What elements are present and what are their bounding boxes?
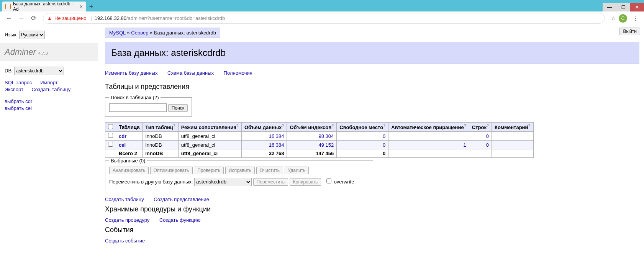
breadcrumb-mysql[interactable]: MySQL [109,30,126,36]
help-icon[interactable]: ? [528,124,531,128]
close-icon[interactable]: × [80,3,83,10]
link-create-view[interactable]: Создать представление [154,196,209,202]
cell-data-free[interactable]: 0 [383,142,385,148]
db-select[interactable]: asteriskcdrdb [14,67,64,75]
col-index-len[interactable]: Объём индексов? [287,123,337,132]
cell-collation: utf8_general_ci [178,141,241,149]
sidebar-link-create-table[interactable]: Создать таблицу [31,87,70,92]
sidebar-table-cel[interactable]: выбрать cel [5,105,94,111]
move-db-select[interactable]: asteriskcdrdb [194,178,252,186]
sidebar-link-import[interactable]: Импорт [40,80,57,85]
footer-data-free: 0 [337,149,388,158]
cell-auto-inc[interactable]: 1 [464,142,466,148]
bookmark-icon[interactable]: ☆ [611,15,616,21]
col-rows[interactable]: Строк? [469,123,492,132]
footer-data-len: 32 768 [241,149,287,158]
link-create-procedure[interactable]: Создать процедуру [105,217,149,223]
col-table[interactable]: Таблица [116,123,143,132]
window-maximize-button[interactable]: ❐ [616,3,630,11]
truncate-button[interactable] [256,167,283,174]
help-icon[interactable]: ? [282,124,284,128]
cell-collation: utf8_general_ci [178,132,241,141]
col-comment[interactable]: Комментарий? [492,123,534,132]
cell-data-len[interactable]: 16 384 [269,133,284,139]
cell-index-len[interactable]: 98 304 [319,133,334,139]
col-collation[interactable]: Режим сопоставления? [178,123,241,132]
link-create-event[interactable]: Создать событие [105,238,145,244]
link-alter-db[interactable]: Изменить базу данных [105,70,157,76]
col-data-free[interactable]: Свободное место? [337,123,388,132]
cell-auto-inc [388,132,469,141]
footer-engine: InnoDB [143,149,179,158]
url-path: /adminer/?username=root&db=asteriskcdrdb [126,15,225,21]
help-icon[interactable]: ? [331,124,334,128]
help-icon[interactable]: ? [383,124,385,128]
sidebar-action-links: SQL-запрос Импорт Экспорт Создать таблиц… [5,80,94,92]
col-auto-inc[interactable]: Автоматическое приращение? [388,123,469,132]
cell-index-len[interactable]: 49 152 [319,142,334,148]
move-button[interactable] [253,178,288,186]
analyze-button[interactable] [109,167,149,174]
insecure-label: Не защищено [54,15,87,21]
menu-icon[interactable]: ⋮ [630,15,641,22]
help-icon[interactable]: ? [464,124,466,128]
row-check[interactable] [108,133,113,138]
row-check[interactable] [108,142,113,147]
search-button[interactable] [168,104,188,112]
reload-button[interactable]: ⟳ [29,14,38,23]
overwrite-label[interactable]: overwrite [325,179,354,185]
tables-grid: Таблица Тип таблиц? Режим сопоставления?… [105,122,534,158]
check-all[interactable] [108,124,113,129]
col-engine[interactable]: Тип таблиц? [143,123,179,132]
window-close-button[interactable]: ✕ [630,3,644,11]
overwrite-checkbox[interactable] [326,178,331,183]
footer-auto-inc [388,149,469,158]
help-icon[interactable]: ? [236,124,239,128]
link-schema[interactable]: Схема базы данных [167,70,214,76]
cell-rows[interactable]: 0 [486,133,489,139]
heading-routines: Хранимые процедуры и функции [105,205,639,213]
help-icon[interactable]: ? [487,124,489,128]
col-data-len[interactable]: Объём данных? [241,123,287,132]
table-link-cdr[interactable]: cdr [119,133,126,139]
sidebar-table-cdr[interactable]: выбрать cdr [5,98,94,104]
cell-rows[interactable]: 0 [486,142,489,148]
profile-avatar[interactable]: С [619,14,627,23]
repair-button[interactable] [225,167,255,174]
optimize-button[interactable] [150,167,193,174]
cell-comment [492,141,534,149]
help-icon[interactable]: ? [173,124,175,128]
cell-data-free[interactable]: 0 [383,133,385,139]
footer-comment [492,149,534,158]
breadcrumb-server[interactable]: Сервер [131,30,148,36]
breadcrumb-sep: » [150,30,152,36]
address-bar[interactable]: ▲ Не защищено | 192.168.32.80/adminer/?u… [43,13,605,24]
table-link-cel[interactable]: cel [119,142,126,148]
link-privileges[interactable]: Полномочия [224,70,252,76]
cell-comment [492,132,534,141]
browser-tab[interactable]: База данных: asteriskcdrdb - Ad × [2,2,86,11]
new-tab-button[interactable]: + [86,2,97,11]
sidebar-link-sql[interactable]: SQL-запрос [5,80,32,85]
search-input[interactable] [109,103,167,112]
db-label: DB: [5,68,13,74]
forward-button[interactable]: → [17,14,26,23]
link-create-function[interactable]: Создать функцию [159,217,200,223]
footer-rows [469,149,492,158]
cell-data-len[interactable]: 16 384 [269,142,284,148]
check-button[interactable] [194,167,224,174]
sidebar-link-export[interactable]: Экспорт [5,87,23,92]
window-minimize-button[interactable]: — [603,3,616,11]
logout-button[interactable] [619,28,640,35]
language-select[interactable]: Русский [19,31,45,39]
tab-title: База данных: asteriskcdrdb - Ad [13,1,80,12]
sidebar-table-list: выбрать cdr выбрать cel [5,98,94,111]
breadcrumb-db: База данных: asteriskcdrdb [154,30,216,36]
table-row: cdr InnoDB utf8_general_ci 16 384 98 304… [105,132,534,141]
copy-button[interactable] [290,178,321,186]
link-create-table[interactable]: Создать таблицу [105,196,144,202]
move-label: Переместить в другую базу данных: [109,179,193,185]
drop-button[interactable] [285,167,309,174]
browser-tab-strip: База данных: asteriskcdrdb - Ad × + — ❐ … [0,0,644,11]
back-button[interactable]: ← [5,14,14,23]
